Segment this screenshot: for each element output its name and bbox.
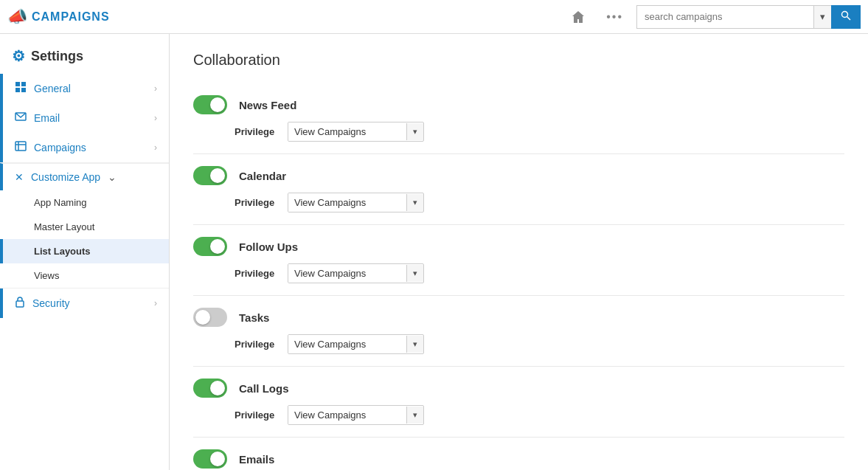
search-dropdown-button[interactable]: ▾ [813,5,831,29]
email-label: Email [34,112,147,124]
collapse-sidebar-button[interactable]: ‹ [169,238,170,267]
toggle-track-call-logs[interactable] [193,379,227,398]
brand-icon: 📣 [7,7,27,27]
collab-item-call-logs: Call Logs Privilege View Campaigns Edit … [193,367,844,438]
toggle-thumb-call-logs [210,381,225,395]
privilege-dd-arrow-call-logs[interactable]: ▾ [406,407,423,424]
privilege-label-tasks: Privilege [235,339,279,350]
sidebar-item-list-layouts[interactable]: List Layouts [0,239,169,263]
svg-rect-10 [16,301,24,307]
app-naming-label: App Naming [34,197,87,208]
settings-header: ⚙ Settings [0,34,169,74]
sidebar: ⚙ Settings General › Email › Campaigns › [0,34,170,470]
privilege-label-news-feed: Privilege [235,126,279,137]
privilege-dd-arrow-follow-ups[interactable]: ▾ [406,265,423,282]
privilege-select-tasks[interactable]: View Campaigns Edit Campaigns No Access [288,335,406,353]
general-arrow-icon: › [154,83,157,94]
customize-label: Customize App [31,171,100,183]
collab-name-emails: Emails [239,453,274,466]
privilege-select-wrap-follow-ups: View Campaigns Edit Campaigns No Access … [288,263,424,283]
toggle-track-tasks[interactable] [193,308,227,327]
privilege-label-calendar: Privilege [235,197,279,208]
campaigns-label: Campaigns [34,142,147,153]
collab-item-follow-ups: Follow Ups Privilege View Campaigns Edit… [193,225,844,296]
privilege-dd-arrow-calendar[interactable]: ▾ [406,194,423,211]
more-button[interactable]: ••• [599,6,631,28]
privilege-row-call-logs: Privilege View Campaigns Edit Campaigns … [235,405,844,425]
toggle-news-feed[interactable] [193,95,227,114]
collab-header-news-feed: News Feed [193,95,844,114]
svg-line-1 [847,17,851,21]
collab-header-call-logs: Call Logs [193,379,844,398]
search-wrap: ▾ [636,5,861,29]
collab-header-calendar: Calendar [193,166,844,185]
privilege-row-news-feed: Privilege View Campaigns Edit Campaigns … [235,122,844,142]
list-layouts-label: List Layouts [34,246,91,257]
toggle-thumb-follow-ups [210,239,225,254]
privilege-row-calendar: Privilege View Campaigns Edit Campaigns … [235,193,844,212]
svg-rect-5 [21,88,26,92]
customize-submenu: App Naming Master Layout List Layouts Vi… [0,190,169,288]
privilege-dd-arrow-news-feed[interactable]: ▾ [406,123,423,140]
sidebar-item-campaigns[interactable]: Campaigns › [0,133,169,162]
privilege-label-follow-ups: Privilege [235,268,279,279]
privilege-select-follow-ups[interactable]: View Campaigns Edit Campaigns No Access [288,264,406,283]
collab-name-news-feed: News Feed [239,99,296,111]
svg-rect-3 [21,82,26,86]
views-label: Views [34,270,59,281]
collab-item-calendar: Calendar Privilege View Campaigns Edit C… [193,154,844,225]
general-icon [15,81,27,96]
toggle-thumb-calendar [210,168,225,183]
toggle-track-follow-ups[interactable] [193,237,227,256]
settings-title: Settings [31,49,83,64]
email-icon [15,111,27,125]
sidebar-item-views[interactable]: Views [0,263,169,288]
layout: ⚙ Settings General › Email › Campaigns › [0,34,868,470]
privilege-select-wrap-calendar: View Campaigns Edit Campaigns No Access … [288,193,424,212]
search-input[interactable] [636,5,813,29]
collab-name-call-logs: Call Logs [239,382,289,395]
toggle-call-logs[interactable] [193,379,227,398]
svg-rect-7 [15,142,26,151]
sidebar-item-master-layout[interactable]: Master Layout [0,215,169,239]
toggle-follow-ups[interactable] [193,237,227,256]
toggle-track-calendar[interactable] [193,166,227,185]
toggle-track-emails[interactable] [193,449,227,469]
toggle-thumb-tasks [195,310,210,325]
brand-title: CAMPAIGNS [32,10,110,24]
toggle-track-news-feed[interactable] [193,95,227,114]
search-submit-button[interactable] [831,5,861,29]
toggle-thumb-news-feed [210,97,225,112]
toggle-calendar[interactable] [193,166,227,185]
sidebar-item-app-naming[interactable]: App Naming [0,190,169,215]
top-nav: 📣 CAMPAIGNS ••• ▾ [0,0,868,34]
master-layout-label: Master Layout [34,221,94,232]
collab-header-tasks: Tasks [193,308,844,327]
privilege-select-news-feed[interactable]: View Campaigns Edit Campaigns No Access [288,122,406,141]
privilege-select-calendar[interactable]: View Campaigns Edit Campaigns No Access [288,193,406,212]
email-arrow-icon: › [154,113,157,123]
collaboration-list: News Feed Privilege View Campaigns Edit … [193,83,844,470]
brand: 📣 CAMPAIGNS [7,7,110,27]
privilege-select-wrap-news-feed: View Campaigns Edit Campaigns No Access … [288,122,424,142]
main-content: Collaboration News Feed Privilege View C… [170,34,868,470]
privilege-select-call-logs[interactable]: View Campaigns Edit Campaigns No Access [288,406,406,424]
sidebar-item-general[interactable]: General › [0,74,169,103]
toggle-thumb-emails [210,452,225,466]
sidebar-item-security[interactable]: Security › [0,288,169,318]
privilege-select-wrap-call-logs: View Campaigns Edit Campaigns No Access … [288,405,424,425]
toggle-emails[interactable] [193,449,227,469]
collab-header-emails: Emails [193,449,844,469]
collab-item-tasks: Tasks Privilege View Campaigns Edit Camp… [193,296,844,367]
collab-item-news-feed: News Feed Privilege View Campaigns Edit … [193,83,844,154]
sidebar-item-customize[interactable]: ✕ Customize App ⌄ [0,163,169,190]
general-label: General [34,83,147,94]
page-title: Collaboration [193,52,844,69]
home-button[interactable] [563,5,593,29]
sidebar-item-email[interactable]: Email › [0,103,169,133]
privilege-dd-arrow-tasks[interactable]: ▾ [406,336,423,353]
toggle-tasks[interactable] [193,308,227,327]
settings-gear-icon: ⚙ [12,47,25,65]
privilege-row-tasks: Privilege View Campaigns Edit Campaigns … [235,334,844,354]
security-icon [15,296,25,311]
